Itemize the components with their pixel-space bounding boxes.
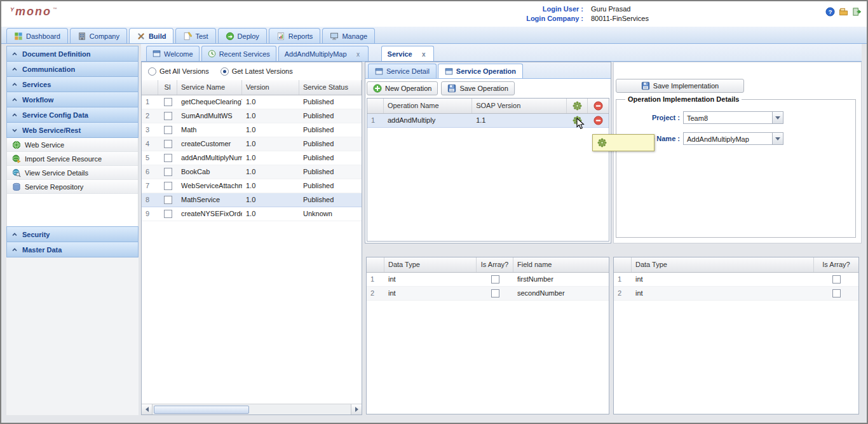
row-checkbox[interactable] (164, 210, 172, 218)
sidebar-section-web-service-rest[interactable]: Web Service/Rest (6, 122, 139, 138)
column-header-rownum[interactable] (614, 257, 632, 272)
service-name-combo[interactable]: AddAndMultiplyMap (683, 132, 783, 145)
horizontal-scrollbar[interactable] (142, 404, 362, 414)
tab-build[interactable]: Build (129, 28, 174, 43)
table-row[interactable]: 9 createNYSEFixOrde 1.0 Unknown (142, 207, 362, 221)
column-header-implement[interactable] (567, 99, 588, 113)
test-icon (183, 32, 192, 41)
column-header-service-status[interactable]: Service Status (299, 80, 362, 95)
close-icon[interactable]: x (420, 50, 428, 58)
sidebar-item-service-repository[interactable]: Service Repository (7, 180, 138, 194)
tab-service-operation[interactable]: Service Operation (438, 64, 523, 78)
sidebar-section-communication[interactable]: Communication (6, 61, 139, 77)
sidebar-section-security[interactable]: Security (6, 226, 139, 242)
input-field-row[interactable]: 2 int secondNumber (367, 287, 609, 301)
output-field-row[interactable]: 2 int (614, 287, 858, 301)
column-header-data-type[interactable]: Data Type (384, 257, 477, 272)
is-array-checkbox[interactable] (832, 275, 841, 284)
row-checkbox[interactable] (164, 112, 172, 120)
table-row[interactable]: 7 WebServiceAttachm 1.0 Published (142, 179, 362, 193)
tab-reports[interactable]: Reports (269, 28, 321, 43)
output-field-row[interactable]: 1 int (614, 273, 858, 287)
table-row[interactable]: 5 addAndMultiplyNumb 1.0 Published (142, 151, 362, 165)
column-header-rownum[interactable] (367, 257, 384, 272)
tab-service[interactable]: Service x (381, 46, 434, 61)
version-cell: 1.0 (242, 151, 299, 165)
column-header-is-array[interactable]: Is Array? (814, 257, 858, 272)
sidebar-section-workflow[interactable]: Workflow (6, 92, 139, 107)
tab-service-detail[interactable]: Service Detail (368, 64, 437, 78)
column-header-service-name[interactable]: Service Name (177, 80, 242, 95)
close-icon[interactable]: x (355, 50, 362, 58)
scrollbar-thumb[interactable] (154, 406, 249, 414)
help-icon[interactable]: ? (825, 6, 835, 17)
input-field-row[interactable]: 1 int firstNumber (367, 273, 609, 287)
tab-label: Service (388, 50, 412, 58)
tab-dashboard[interactable]: Dashboard (6, 28, 68, 43)
project-combo[interactable]: Team8 (683, 111, 783, 124)
column-header-operation-name[interactable]: Operation Name (384, 99, 472, 113)
row-number: 2 (367, 287, 384, 300)
row-checkbox[interactable] (164, 126, 172, 134)
is-array-checkbox[interactable] (832, 289, 841, 297)
column-header-sl[interactable]: Sl (158, 80, 177, 95)
sidebar-section-document-definition[interactable]: Document Definition (6, 46, 139, 62)
status-cell: Published (299, 123, 362, 137)
tab-welcome[interactable]: Welcome (146, 46, 200, 61)
get-all-versions-radio[interactable]: Get All Versions (148, 67, 209, 76)
sidebar-section-services[interactable]: Services (6, 76, 139, 92)
column-header-version[interactable]: Version (242, 80, 299, 95)
application-window: Ymono™ Login User : Guru Prasad Login Co… (0, 0, 868, 424)
sidebar-section-master-data[interactable]: Master Data (6, 242, 139, 257)
radio-icon[interactable] (148, 67, 156, 76)
row-checkbox[interactable] (164, 182, 172, 190)
table-row[interactable]: 6 BookCab 1.0 Published (142, 165, 362, 179)
item-label: Service Repository (25, 183, 83, 191)
table-row[interactable]: 4 createCustomer 1.0 Published (142, 137, 362, 151)
chevron-down-icon[interactable] (772, 112, 783, 123)
is-array-checkbox[interactable] (491, 275, 499, 284)
operation-row-selected[interactable]: 1 addAndMultiply 1.1 (367, 114, 609, 128)
table-row[interactable]: 2 SumAndMultWS 1.0 Published (142, 109, 362, 123)
sidebar-item-view-service-details[interactable]: View Service Details (7, 166, 138, 180)
window-icon (445, 67, 453, 76)
tab-label: Build (149, 32, 166, 40)
tab-test[interactable]: Test (175, 28, 215, 43)
tab-recent-services[interactable]: Recent Services (201, 46, 276, 61)
column-header-rownum[interactable] (367, 99, 384, 113)
scroll-left-button[interactable] (142, 404, 153, 414)
row-checkbox[interactable] (164, 140, 172, 148)
tab-deploy[interactable]: Deploy (218, 28, 267, 43)
scroll-right-button[interactable] (351, 404, 362, 414)
column-header-is-array[interactable]: Is Array? (477, 257, 513, 272)
logout-icon[interactable] (851, 6, 862, 17)
tab-manage[interactable]: Manage (322, 28, 375, 43)
remove-operation-button[interactable] (588, 114, 609, 127)
column-header-rownum[interactable] (142, 80, 158, 95)
column-header-field-name[interactable]: Field name (513, 257, 609, 272)
table-row[interactable]: 1 getChequeClearingT 1.0 Published (142, 95, 362, 109)
table-row[interactable]: 3 Math 1.0 Published (142, 123, 362, 137)
sidebar-item-import-service-resource[interactable]: Import Service Resource (7, 152, 138, 166)
chevron-down-icon[interactable] (772, 133, 783, 144)
project-label: Project : (623, 114, 680, 121)
radio-icon[interactable] (220, 67, 229, 76)
get-latest-versions-radio[interactable]: Get Latest Versions (220, 67, 293, 76)
row-checkbox[interactable] (164, 98, 172, 106)
sidebar-item-web-service[interactable]: Web Service (7, 138, 138, 152)
save-operation-button[interactable]: Save Operation (441, 81, 514, 95)
row-checkbox[interactable] (164, 154, 172, 162)
row-checkbox[interactable] (164, 196, 172, 204)
tab-addandmultiplymap[interactable]: AddAndMultiplyMap x (278, 46, 369, 61)
tab-company[interactable]: Company (70, 28, 127, 43)
save-implementation-button[interactable]: Save Implementation (616, 79, 744, 93)
row-checkbox[interactable] (164, 168, 172, 176)
sidebar-section-service-config-data[interactable]: Service Config Data (6, 107, 139, 123)
column-header-remove[interactable] (588, 99, 609, 113)
new-operation-button[interactable]: New Operation (367, 81, 438, 95)
column-header-soap-version[interactable]: SOAP Version (472, 99, 567, 113)
settings-icon[interactable] (838, 6, 848, 17)
column-header-data-type[interactable]: Data Type (632, 257, 814, 272)
table-row-selected[interactable]: 8 MathService 1.0 Published (142, 193, 362, 207)
is-array-checkbox[interactable] (491, 289, 499, 297)
